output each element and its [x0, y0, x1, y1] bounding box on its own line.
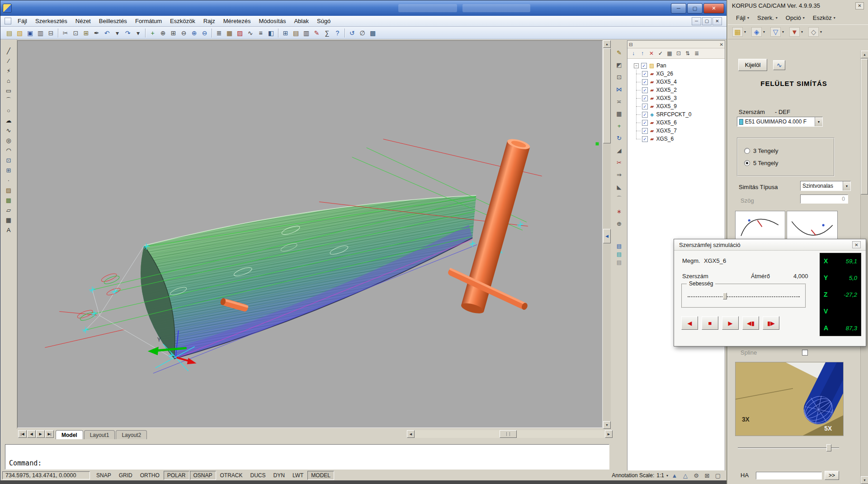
status-toggle[interactable]: MODEL — [307, 471, 334, 480]
sheetset-icon[interactable]: ▥ — [301, 28, 311, 38]
annotation-scale-dropdown-icon[interactable]: ▾ — [666, 474, 668, 478]
annotation-autoscale-icon[interactable]: △ — [681, 471, 689, 479]
doc-minimize-button[interactable]: ─ — [692, 17, 701, 25]
play-backward-button[interactable]: ◀ — [681, 316, 698, 330]
panel-collapse-arrow[interactable]: ◀ — [603, 229, 611, 243]
collapse-expander-icon[interactable]: − — [634, 63, 639, 68]
copy-item-icon[interactable]: ⊡ — [674, 49, 683, 58]
designcenter-icon[interactable]: ⊞ — [280, 28, 291, 38]
layout-tab[interactable]: Model — [56, 430, 83, 439]
tree-item[interactable]: ✓ ▰ XGX5_3 — [628, 94, 724, 102]
layout-tab[interactable]: Layout2 — [116, 430, 147, 439]
status-toggle[interactable]: POLAR — [164, 471, 189, 480]
ellipse-icon[interactable]: ◎ — [3, 135, 14, 145]
save-icon[interactable]: ▣ — [25, 28, 35, 38]
tree-item[interactable]: ✓ ▰ XG_26 — [628, 70, 724, 78]
ellipse-arc-icon[interactable]: ◠ — [3, 145, 14, 155]
status-toggle[interactable]: OSNAP — [190, 471, 216, 480]
construction-line-icon[interactable]: ∕ — [3, 56, 14, 66]
cut-icon[interactable]: ✂ — [60, 28, 71, 38]
doc-close-button[interactable]: ✕ — [712, 17, 722, 25]
tree-panel-header[interactable]: ⊟ ✕ — [627, 41, 725, 48]
trim-icon[interactable]: ✂ — [614, 157, 625, 167]
axis-radio-option[interactable]: 3 Tengely — [744, 147, 834, 154]
status-toggle[interactable]: DYN — [270, 471, 288, 480]
list-view-icon[interactable]: ≣ — [692, 49, 701, 58]
materials-icon[interactable]: ◇ ▾ — [808, 27, 822, 37]
orbit-icon[interactable]: ↺ — [347, 28, 357, 38]
move-down-icon[interactable]: ↓ — [629, 49, 638, 58]
rectangle-icon[interactable]: ▭ — [3, 85, 14, 95]
quickcalc-icon[interactable]: ∑ — [322, 28, 332, 38]
new-icon[interactable]: ▤ — [4, 28, 14, 38]
layout-tab[interactable]: Layout1 — [84, 430, 115, 439]
scroll-up-arrow[interactable]: ▲ — [861, 51, 868, 58]
step-forward-button[interactable]: ▮▶ — [763, 316, 779, 330]
scroll-down-arrow[interactable]: ▼ — [861, 476, 868, 484]
grid-view-icon[interactable]: ▦ — [665, 49, 674, 58]
status-toggle[interactable]: OTRACK — [217, 471, 246, 480]
zoom-window-icon[interactable]: ⊞ — [168, 28, 179, 38]
scrollbar-thumb[interactable] — [603, 48, 611, 143]
tree-item-checkbox[interactable]: ✓ — [642, 71, 648, 77]
stop-button[interactable]: ■ — [702, 316, 718, 330]
spline-checkbox[interactable] — [802, 350, 808, 356]
apply-icon[interactable]: ✓ — [656, 49, 665, 58]
scale-icon[interactable]: ◢ — [614, 145, 625, 155]
help-icon[interactable]: ? — [332, 28, 343, 38]
radio-button[interactable] — [744, 160, 750, 166]
move-icon[interactable]: + — [614, 121, 625, 131]
hatch-icon[interactable]: ▨ — [3, 185, 14, 195]
menu-item[interactable]: Méretezés — [219, 16, 255, 26]
layer-properties-icon[interactable]: ▦ — [224, 28, 235, 38]
speed-slider-track[interactable] — [688, 296, 800, 297]
scroll-left-arrow[interactable]: ◀ — [407, 430, 415, 438]
dialog-titlebar[interactable]: Szerszámfej szimuláció ✕ — [674, 239, 866, 251]
redo-dropdown-icon[interactable]: ▾ — [133, 28, 143, 38]
scrollbar-thumb[interactable] — [500, 430, 517, 438]
annotation-scale-value[interactable]: 1:1 — [656, 472, 664, 479]
menu-item[interactable]: Formátum — [131, 16, 166, 26]
command-splitter[interactable] — [5, 439, 609, 444]
dropdown-arrow-icon[interactable]: ▾ — [820, 30, 822, 34]
sort-icon[interactable]: ⇅ — [683, 49, 692, 58]
scrollbar-thumb[interactable] — [861, 59, 868, 195]
revcloud-icon[interactable]: ☁ — [3, 115, 14, 125]
chamfer-icon[interactable]: ◣ — [614, 182, 625, 192]
menu-item[interactable]: Ablak — [290, 16, 313, 26]
tree-root-item[interactable]: − ✓ ▨ Pan — [628, 62, 724, 70]
dropdown-arrow-icon[interactable]: ▾ — [782, 30, 784, 34]
point-icon[interactable]: ∙ — [3, 175, 14, 185]
menu-item[interactable]: Fájl — [14, 16, 31, 26]
tab-nav-button[interactable]: ▶ — [36, 430, 45, 438]
tree-item-checkbox[interactable]: ✓ — [642, 95, 648, 101]
gradient-icon[interactable]: ▩ — [3, 195, 14, 205]
move-up-icon[interactable]: ↑ — [638, 49, 647, 58]
clean-screen-icon[interactable]: ▢ — [714, 471, 722, 479]
zoom-realtime-icon[interactable]: ⊕ — [158, 28, 168, 38]
polyline-icon[interactable]: ⚡ — [3, 66, 14, 76]
tree-item-checkbox[interactable]: ✓ — [642, 87, 648, 93]
open-icon[interactable]: ▧ — [14, 28, 25, 38]
insert-block-icon[interactable]: ⊡ — [3, 155, 14, 165]
dropdown-arrow-icon[interactable]: ▾ — [763, 30, 765, 34]
panel-close-icon[interactable]: ✕ — [720, 42, 723, 47]
markup-icon[interactable]: ✎ — [311, 28, 322, 38]
menu-item[interactable]: Módosítás — [255, 16, 290, 26]
play-button[interactable]: ▶ — [722, 316, 739, 330]
korpus-close-button[interactable]: ✕ — [855, 2, 864, 9]
slider-handle[interactable] — [826, 444, 831, 451]
korpus-menu-item[interactable]: Opció ▾ — [782, 13, 808, 23]
lock-icon[interactable]: ⊠ — [703, 471, 711, 479]
mini-sheet-cyan-icon[interactable]: ▤ — [614, 251, 625, 258]
panel-menu-icon[interactable]: ⊟ — [629, 42, 632, 47]
ha-field[interactable] — [756, 472, 822, 479]
tree-item-checkbox[interactable]: ✓ — [642, 136, 648, 142]
circle-icon[interactable]: ○ — [3, 105, 14, 115]
join-icon[interactable]: ⊕ — [614, 218, 625, 228]
tree-item-checkbox[interactable]: ✓ — [641, 63, 647, 69]
workspace-icon[interactable]: ⚙ — [692, 471, 700, 479]
region-icon[interactable]: ▱ — [3, 205, 14, 215]
menu-item[interactable]: Eszközök — [166, 16, 199, 26]
tree-item-checkbox[interactable]: ✓ — [642, 104, 648, 109]
